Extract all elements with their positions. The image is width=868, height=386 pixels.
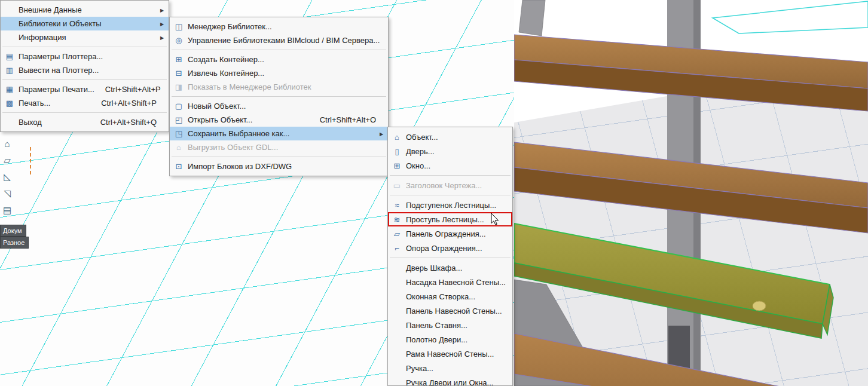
print-icon: ▩ bbox=[3, 99, 16, 108]
menu-item-import-dxf-blocks[interactable]: ⊡ Импорт Блоков из DXF/DWG bbox=[170, 160, 388, 173]
menu-item-shutter-panel[interactable]: Панель Ставня... bbox=[388, 318, 512, 332]
save-selected-as-icon: ◳ bbox=[172, 129, 185, 138]
menu-item-object[interactable]: ⌂ Объект... bbox=[388, 130, 512, 144]
menu-item-railing-post[interactable]: ⌐ Опора Ограждения... bbox=[388, 241, 512, 255]
railing-panel-icon: ▱ bbox=[390, 229, 404, 238]
menu-item-label: Внешние Данные bbox=[16, 5, 82, 14]
stair-3d-scene bbox=[514, 0, 868, 386]
toolbox-tool-icon[interactable]: ▤ bbox=[0, 202, 14, 219]
menu-item-cabinet-door[interactable]: Дверь Шкафа... bbox=[388, 261, 512, 275]
menu-item-print[interactable]: ▩ Печать... Ctrl+Alt+Shift+P bbox=[1, 96, 169, 110]
menu-item-label: Панель Ограждения... bbox=[404, 229, 486, 238]
menu-item-bimcloud-libraries[interactable]: ◎ Управление Библиотеками BIMcloud / BIM… bbox=[170, 33, 388, 47]
menu-item-railing-panel[interactable]: ▱ Панель Ограждения... bbox=[388, 226, 512, 241]
menu-item-plotter-setup[interactable]: ▤ Параметры Плоттера... bbox=[1, 50, 169, 63]
menu-item-open-object[interactable]: ◰ Открыть Объект... Ctrl+Shift+Alt+O bbox=[170, 113, 388, 127]
menu-item-door[interactable]: ▯ Дверь... bbox=[388, 144, 512, 158]
menu-item-label: Вывести на Плоттер... bbox=[16, 66, 99, 75]
library-manager-icon: ◫ bbox=[172, 22, 185, 31]
menu-separator bbox=[390, 195, 511, 195]
sidebar-tab-document[interactable]: Докум bbox=[0, 225, 26, 237]
menu-item-label: Рама Навесной Стены... bbox=[404, 350, 494, 359]
menu-item-shortcut: Ctrl+Alt+Shift+Q bbox=[90, 118, 164, 127]
plotter-setup-icon: ▤ bbox=[3, 52, 16, 61]
menu-item-extract-container[interactable]: ⊟ Извлечь Контейнер... bbox=[170, 66, 388, 80]
menu-item-curtain-wall-accessory[interactable]: Насадка Навесной Стены... bbox=[388, 275, 512, 289]
menu-item-label: Опора Ограждения... bbox=[404, 244, 482, 253]
wireframe-slab bbox=[713, 1, 868, 33]
menu-item-show-in-library-manager: ◨ Показать в Менеджере Библиотек bbox=[170, 80, 388, 94]
menu-item-label: Заголовок Чертежа... bbox=[404, 181, 482, 190]
3d-view[interactable] bbox=[514, 0, 868, 386]
menu-item-label: Полотно Двери... bbox=[404, 335, 467, 344]
show-in-library-manager-icon: ◨ bbox=[172, 82, 185, 91]
menu-separator bbox=[2, 47, 167, 47]
import-dxf-blocks-icon: ⊡ bbox=[172, 162, 185, 171]
menu-item-curtain-wall-panel[interactable]: Панель Навесной Стены... bbox=[388, 304, 512, 318]
menu-item-label: Создать Контейнер... bbox=[185, 55, 264, 64]
submenu-arrow-icon: ▶ bbox=[160, 21, 164, 26]
unload-gdl-icon: ⌂ bbox=[172, 143, 185, 152]
menu-item-label: Новый Объект... bbox=[185, 102, 246, 111]
menu-item-libraries-and-objects[interactable]: Библиотеки и Объекты ▶ bbox=[1, 17, 169, 30]
menu-item-label: Ручка Двери или Окна... bbox=[404, 378, 493, 386]
railing-post-icon: ⌐ bbox=[390, 244, 404, 253]
pebble-object[interactable] bbox=[753, 301, 766, 311]
menu-item-library-manager[interactable]: ◫ Менеджер Библиотек... bbox=[170, 20, 388, 33]
menu-item-save-selected-as[interactable]: ◳ Сохранить Выбранное как... ▶ bbox=[170, 127, 388, 140]
menu-item-create-container[interactable]: ⊞ Создать Контейнер... bbox=[170, 53, 388, 66]
libraries-objects-submenu: ◫ Менеджер Библиотек... ◎ Управление Биб… bbox=[169, 17, 389, 176]
menu-item-handle[interactable]: Ручка... bbox=[388, 361, 512, 375]
menu-item-label: Показать в Менеджере Библиотек bbox=[185, 82, 311, 91]
menu-item-label: Окно... bbox=[404, 161, 430, 170]
toolbox-tool-icon[interactable]: ▱ bbox=[0, 152, 14, 169]
create-container-icon: ⊞ bbox=[172, 55, 185, 64]
sidebar-tab-misc[interactable]: Разное bbox=[0, 237, 29, 249]
print-setup-icon: ▦ bbox=[3, 85, 16, 94]
toolbox-tool-icon[interactable]: ⌂ bbox=[0, 135, 14, 152]
menu-item-label: Библиотеки и Объекты bbox=[16, 19, 102, 28]
menu-item-plot[interactable]: ▥ Вывести на Плоттер... bbox=[1, 63, 169, 77]
menu-item-label: Насадка Навесной Стены... bbox=[404, 278, 506, 287]
open-object-icon: ◰ bbox=[172, 115, 185, 124]
menu-item-door-window-handle[interactable]: Ручка Двери или Окна... bbox=[388, 375, 512, 386]
menu-item-label: Информация bbox=[16, 33, 66, 42]
menu-separator bbox=[2, 112, 167, 113]
menu-item-window-sash[interactable]: Оконная Створка... bbox=[388, 289, 512, 304]
window-icon: ⊞ bbox=[390, 161, 404, 170]
new-object-icon: ▢ bbox=[172, 102, 185, 111]
menu-item-door-leaf[interactable]: Полотно Двери... bbox=[388, 332, 512, 347]
menu-item-print-setup[interactable]: ▦ Параметры Печати... Ctrl+Shift+Alt+P bbox=[1, 82, 169, 96]
menu-item-information[interactable]: Информация ▶ bbox=[1, 30, 169, 44]
menu-item-new-object[interactable]: ▢ Новый Объект... bbox=[170, 99, 388, 113]
menu-item-label: Объект... bbox=[404, 133, 438, 142]
extract-container-icon: ⊟ bbox=[172, 69, 185, 78]
toolbox-tool-icon[interactable]: ◺ bbox=[0, 169, 14, 185]
menu-item-label: Ручка... bbox=[404, 364, 433, 373]
menu-separator bbox=[390, 175, 511, 176]
menu-separator bbox=[172, 157, 386, 157]
menu-item-stair-riser[interactable]: ≈ Подступенок Лестницы... bbox=[388, 198, 512, 212]
menu-separator bbox=[390, 258, 511, 258]
menu-separator bbox=[172, 50, 386, 50]
stringer-top bbox=[519, 0, 545, 36]
menu-item-unload-gdl-object: ⌂ Выгрузить Объект GDL... bbox=[170, 140, 388, 154]
bimcloud-icon: ◎ bbox=[172, 36, 185, 45]
menu-item-label: Панель Навесной Стены... bbox=[404, 307, 502, 315]
menu-item-drawing-title: ▭ Заголовок Чертежа... bbox=[388, 178, 512, 192]
menu-item-shortcut: Ctrl+Shift+Alt+P bbox=[94, 85, 168, 94]
menu-item-window[interactable]: ⊞ Окно... bbox=[388, 158, 512, 173]
menu-item-label: Сохранить Выбранное как... bbox=[185, 129, 289, 138]
menu-item-label: Панель Ставня... bbox=[404, 321, 467, 330]
menu-item-shortcut: Ctrl+Shift+Alt+O bbox=[309, 115, 383, 124]
toolbox-tool-icon[interactable]: ◹ bbox=[0, 185, 14, 202]
menu-item-shortcut: Ctrl+Alt+Shift+P bbox=[90, 99, 164, 108]
menu-item-curtain-wall-frame[interactable]: Рама Навесной Стены... bbox=[388, 347, 512, 361]
mouse-cursor-icon bbox=[491, 213, 500, 226]
stair-riser-icon: ≈ bbox=[390, 201, 404, 210]
menu-item-label: Извлечь Контейнер... bbox=[185, 69, 264, 78]
submenu-arrow-icon: ▶ bbox=[160, 7, 164, 13]
save-selected-as-submenu: ⌂ Объект... ▯ Дверь... ⊞ Окно... ▭ Загол… bbox=[387, 127, 513, 386]
menu-item-exit[interactable]: Выход Ctrl+Alt+Shift+Q bbox=[1, 115, 169, 129]
menu-item-external-data[interactable]: Внешние Данные ▶ bbox=[1, 3, 169, 17]
